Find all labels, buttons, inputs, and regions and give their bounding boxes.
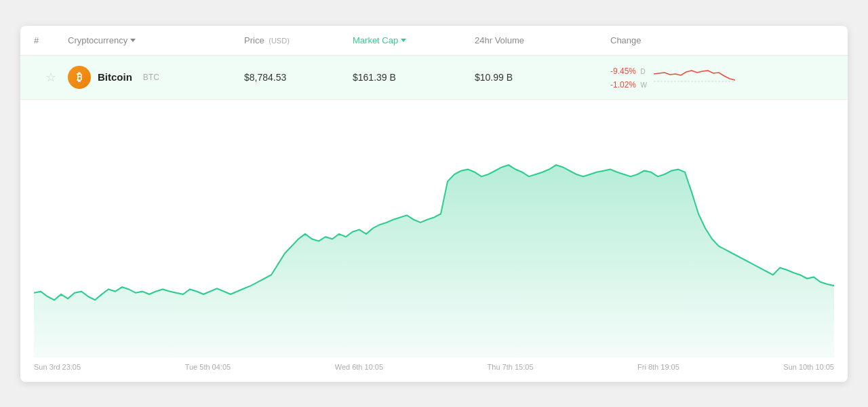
main-card: # Cryptocurrency Price (USD) Market Cap … xyxy=(20,26,848,382)
x-label-5: Fri 8th 19:05 xyxy=(637,363,679,371)
coin-symbol: BTC xyxy=(143,73,159,82)
bitcoin-row: ☆ ₿ Bitcoin BTC $8,784.53 $161.39 B $10.… xyxy=(20,56,848,100)
change-weekly: -1.02% W xyxy=(610,78,647,90)
table-header: # Cryptocurrency Price (USD) Market Cap … xyxy=(20,26,848,56)
x-label-1: Sun 3rd 23:05 xyxy=(34,363,81,371)
change-cell: -9.45% D -1.02% W xyxy=(610,64,834,91)
main-chart-wrapper xyxy=(34,113,834,357)
x-label-6: Sun 10th 10:05 xyxy=(783,363,834,371)
mini-sparkline xyxy=(654,64,735,91)
chevron-down-icon-2 xyxy=(401,39,406,42)
change-values: -9.45% D -1.02% W xyxy=(610,64,647,90)
col-price: Price (USD) xyxy=(244,35,353,45)
col-rank: # xyxy=(34,35,68,45)
col-change: Change xyxy=(610,35,834,45)
coin-cell: ₿ Bitcoin BTC xyxy=(68,66,244,89)
col-marketcap[interactable]: Market Cap xyxy=(353,35,475,45)
main-chart-svg xyxy=(34,113,834,357)
chevron-down-icon xyxy=(130,39,136,42)
star-icon[interactable]: ☆ xyxy=(45,70,56,85)
change-daily: -9.45% D xyxy=(610,64,647,77)
x-label-4: Thu 7th 15:05 xyxy=(488,363,534,371)
col-volume: 24hr Volume xyxy=(475,35,610,45)
bitcoin-logo: ₿ xyxy=(68,66,91,89)
x-label-2: Tue 5th 04:05 xyxy=(185,363,231,371)
x-axis: Sun 3rd 23:05 Tue 5th 04:05 Wed 6th 10:0… xyxy=(34,357,834,382)
x-label-3: Wed 6th 10:05 xyxy=(335,363,383,371)
star-cell[interactable]: ☆ xyxy=(34,70,68,85)
chart-container: Sun 3rd 23:05 Tue 5th 04:05 Wed 6th 10:0… xyxy=(20,100,848,382)
price-cell: $8,784.53 xyxy=(244,72,353,83)
col-crypto[interactable]: Cryptocurrency xyxy=(68,35,244,45)
volume-cell: $10.99 B xyxy=(475,72,610,83)
market-cap-cell: $161.39 B xyxy=(353,72,475,83)
coin-name: Bitcoin xyxy=(98,71,132,83)
